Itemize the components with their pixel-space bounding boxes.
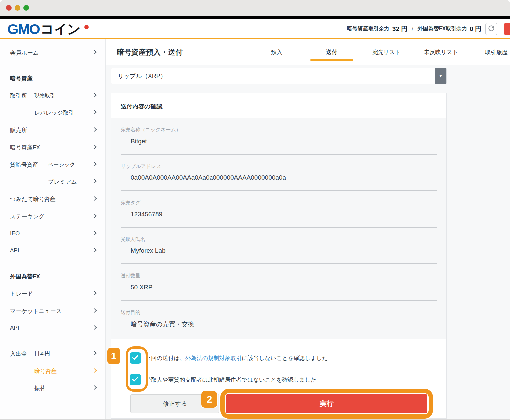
refresh-icon	[488, 25, 495, 33]
sidebar-section-crypto: 暗号資産	[0, 70, 105, 87]
chevron-right-icon	[92, 93, 97, 97]
tab-history[interactable]: 取引履歴	[475, 39, 510, 65]
field-destination-tag: 宛先タグ 123456789	[111, 191, 446, 228]
page-title: 暗号資産預入・送付	[117, 39, 183, 65]
minimize-window-icon[interactable]	[15, 5, 20, 11]
chevron-right-icon	[92, 110, 97, 114]
tab-deposit[interactable]: 預入	[255, 39, 298, 65]
sidebar-item-deposit-jpy[interactable]: 入出金 日本円	[0, 345, 105, 362]
chevron-right-icon	[92, 179, 97, 183]
balance-summary: 暗号資産取引余力 32 円 / 外国為替FX取引余力 0 円	[347, 19, 481, 38]
confirm-fields: 宛先名称（ニックネーム） Bitget リップルアドレス 0a00A0A000A…	[111, 118, 446, 339]
checkbox-row-gaitame: 今回の送付は、 外為法の規制対象取引 に該当しないことを確認しました	[111, 350, 446, 364]
close-window-icon[interactable]	[6, 5, 12, 11]
sidebar-item-transfer[interactable]: 振替	[0, 380, 105, 397]
field-nickname: 宛先名称（ニックネーム） Bitget	[111, 118, 446, 155]
chevron-down-icon[interactable]: ▼	[435, 68, 446, 84]
browser-window: GMO コイン 暗号資産取引余力 32 円 / 外国為替FX取引余力 0 円 会	[0, 0, 510, 420]
sidebar-item-staking[interactable]: ステーキング	[0, 208, 105, 225]
chevron-right-icon	[92, 308, 97, 313]
currency-select-value: リップル（XRP）	[118, 68, 166, 84]
sidebar-item-trade[interactable]: トレード	[0, 285, 105, 302]
sidebar-item-api-crypto[interactable]: API	[0, 242, 105, 259]
currency-select[interactable]: リップル（XRP） ▼	[111, 68, 447, 84]
annotation-step-2-badge: 2	[201, 391, 217, 408]
field-send-amount: 送付数量 50 XRP	[111, 264, 446, 301]
refresh-balance-button[interactable]	[485, 23, 497, 35]
sidebar-nav: 会員ホーム 暗号資産 取引所 現物取引 レバレッジ取引 販売所 暗号資産FX	[0, 39, 106, 419]
checkbox-text: 受取人や実質的支配者は北朝鮮居住者ではないことを確認しました	[145, 376, 316, 384]
execute-button[interactable]: 実行	[226, 394, 427, 413]
chevron-right-icon	[92, 248, 97, 252]
sidebar-item-tsumitate[interactable]: つみたて暗号資産	[0, 190, 105, 208]
chevron-right-icon	[92, 162, 97, 166]
site-header: GMO コイン 暗号資産取引余力 32 円 / 外国為替FX取引余力 0 円	[0, 19, 510, 38]
annotation-outline-execute: 実行	[220, 389, 433, 419]
buy-button-cut[interactable]	[504, 23, 510, 35]
sidebar-item-exchange-spot[interactable]: 取引所 現物取引	[0, 87, 105, 104]
sidebar-item-member-home[interactable]: 会員ホーム	[0, 44, 105, 61]
sidebar-item-leverage-trade[interactable]: レバレッジ取引	[0, 104, 105, 121]
sidebar-item-sales-office[interactable]: 販売所	[0, 121, 105, 139]
sidebar-item-ieo[interactable]: IEO	[0, 225, 105, 242]
top-black-bar	[0, 16, 510, 19]
checkbox-text: 今回の送付は、	[145, 354, 185, 362]
checkbox-row-north-korea: 受取人や実質的支配者は北朝鮮居住者ではないことを確認しました	[111, 372, 446, 385]
active-tab-underline	[310, 59, 353, 61]
field-ripple-address: リップルアドレス 0a00A0A000AA00AAa0Aa0a000000AAA…	[111, 155, 446, 191]
sidebar-item-crypto-fx[interactable]: 暗号資産FX	[0, 139, 105, 156]
chevron-right-icon	[92, 127, 97, 132]
annotation-outline-checkboxes	[126, 346, 148, 392]
chevron-right-icon	[92, 145, 97, 149]
page-header: 暗号資産預入・送付 預入 送付 宛先リスト 未反映リスト 取引履歴	[106, 39, 510, 65]
checkbox-text: に該当しないことを確認しました	[242, 354, 328, 362]
tab-send[interactable]: 送付	[310, 39, 353, 65]
tab-address-list[interactable]: 宛先リスト	[365, 39, 408, 65]
chevron-right-icon	[92, 351, 97, 355]
logo-red-dot	[84, 25, 89, 29]
fx-balance-label: 外国為替FX取引余力	[418, 25, 467, 32]
sidebar-item-lending-premium[interactable]: プレミアム	[0, 173, 105, 190]
chevron-right-icon	[92, 214, 97, 218]
chevron-right-icon	[92, 196, 97, 201]
field-send-purpose: 送付目的 暗号資産の売買・交換	[111, 301, 446, 341]
send-confirm-card: 送付内容の確認 宛先名称（ニックネーム） Bitget リップルアドレス 0a0…	[111, 93, 447, 419]
tab-pending-list[interactable]: 未反映リスト	[416, 39, 466, 65]
sidebar-item-deposit-crypto[interactable]: 暗号資産	[0, 362, 105, 380]
chevron-right-icon	[92, 325, 97, 330]
chevron-right-icon	[92, 291, 97, 295]
sidebar-item-lending-basic[interactable]: 貸暗号資産 ベーシック	[0, 156, 105, 173]
annotation-step-1-badge: 1	[107, 348, 120, 364]
sidebar-item-api-fx[interactable]: API	[0, 319, 105, 337]
sidebar-divider	[0, 400, 105, 400]
logo-gmo-text: GMO	[7, 21, 40, 37]
chevron-right-icon	[92, 385, 97, 390]
crypto-balance-label: 暗号資産取引余力	[347, 25, 389, 32]
chevron-right-icon	[92, 50, 97, 54]
chevron-right-icon	[92, 231, 97, 235]
field-recipient-name: 受取人氏名 Myforex Lab	[111, 228, 446, 264]
window-bottom-edge	[0, 419, 510, 420]
balance-separator: /	[410, 26, 414, 32]
crypto-balance-value: 32 円	[392, 25, 407, 33]
sidebar-item-market-news[interactable]: マーケットニュース	[0, 302, 105, 319]
card-title: 送付内容の確認	[121, 103, 162, 110]
gaitame-law-link[interactable]: 外為法の規制対象取引	[185, 354, 242, 362]
logo-coin-text: コイン	[41, 20, 81, 38]
zoom-window-icon[interactable]	[23, 5, 29, 11]
fx-balance-value: 0 円	[470, 25, 481, 33]
sidebar-section-fx: 外国為替FX	[0, 268, 105, 285]
window-titlebar	[0, 0, 510, 16]
main-content: 暗号資産預入・送付 預入 送付 宛先リスト 未反映リスト 取引履歴 リップル（X…	[106, 39, 510, 419]
gmo-coin-logo[interactable]: GMO コイン	[7, 21, 81, 36]
chevron-right-icon	[92, 368, 97, 373]
